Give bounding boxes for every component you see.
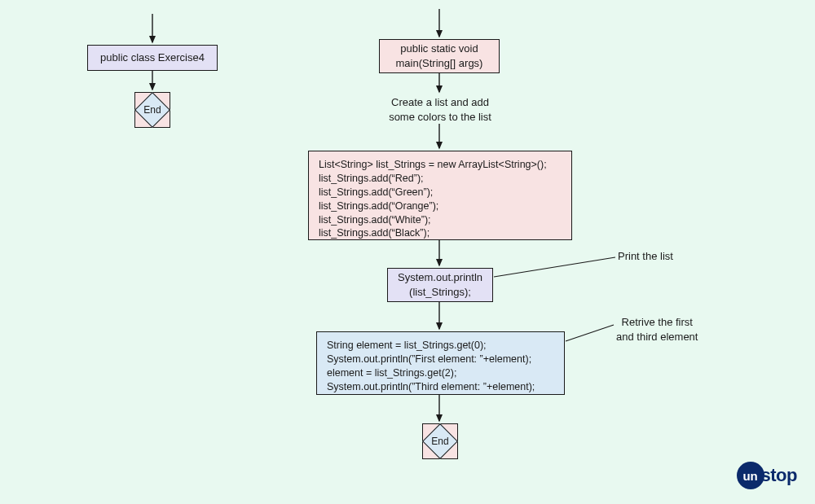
print-annotation: Print the list — [618, 249, 673, 264]
end-node-left: End — [134, 92, 170, 128]
print-text: System.out.println (list_Strings); — [398, 270, 482, 299]
main-method-text: public static void main(String[] args) — [396, 42, 483, 70]
brand-logo-word: stop — [761, 465, 797, 486]
class-declaration-box: public class Exercise4 — [87, 45, 218, 71]
retrieve-annotation: Retrive the first and third element — [616, 315, 698, 344]
main-method-box: public static void main(String[] args) — [379, 39, 500, 73]
retrieve-text: String element = list_Strings.get(0); Sy… — [327, 339, 535, 394]
brand-logo-circle: un — [737, 462, 764, 489]
list-init-text: List<String> list_Strings = new ArrayLis… — [319, 158, 547, 240]
list-init-box: List<String> list_Strings = new ArrayLis… — [308, 151, 572, 240]
retrieve-box: String element = list_Strings.get(0); Sy… — [316, 331, 565, 395]
svg-line-8 — [494, 257, 615, 277]
arrows-layer — [0, 0, 815, 504]
class-declaration-text: public class Exercise4 — [100, 50, 205, 65]
print-annotation-text: Print the list — [618, 250, 673, 262]
end-node-right: End — [422, 423, 458, 459]
create-list-annotation-text: Create a list and add some colors to the… — [389, 96, 491, 123]
create-list-annotation: Create a list and add some colors to the… — [383, 95, 497, 124]
retrieve-annotation-text: Retrive the first and third element — [616, 316, 698, 343]
svg-line-9 — [566, 325, 614, 341]
end-label-left: End — [134, 92, 170, 128]
print-box: System.out.println (list_Strings); — [387, 268, 493, 302]
brand-logo: un stop — [737, 462, 797, 489]
end-label-right: End — [422, 423, 458, 459]
brand-logo-circle-text: un — [742, 469, 757, 483]
